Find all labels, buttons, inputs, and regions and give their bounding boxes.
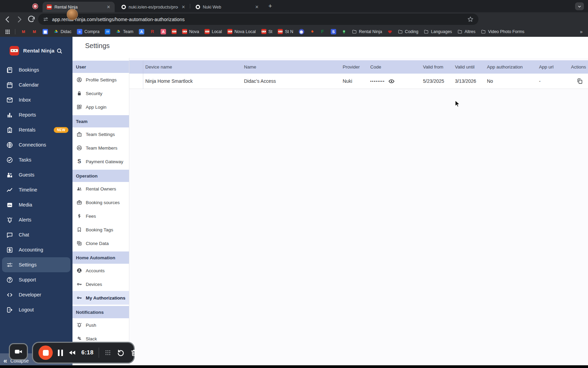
bookmark-item[interactable]: A (139, 29, 144, 34)
settings-nav-item-fees[interactable]: Fees (72, 209, 129, 223)
sidebar-item-guests[interactable]: Guests (0, 167, 72, 182)
bookmark-folder[interactable]: Video Photo Forms (481, 29, 524, 34)
recording-indicator-icon[interactable] (32, 3, 38, 9)
settings-nav-item-payment-gateway[interactable]: SPayment Gateway (72, 155, 129, 168)
reveal-code-icon[interactable] (388, 78, 395, 85)
browser-tab[interactable]: nuki.io/en-es/products/produ✕ (117, 2, 190, 12)
url-text[interactable]: app.rental-ninja.com/settings/home-autom… (52, 17, 467, 22)
sidebar-item-calendar[interactable]: Calendar (0, 77, 72, 92)
bookmark-item[interactable]: ≡Compra (77, 29, 99, 34)
new-tab-button[interactable]: + (266, 2, 274, 10)
bookmarks-overflow-chevron[interactable]: » (580, 29, 583, 34)
apps-grid-icon[interactable] (5, 29, 10, 34)
stop-recording-button[interactable] (38, 346, 53, 360)
bookmark-item[interactable]: ◉ (299, 29, 304, 34)
bookmark-item[interactable]: M (21, 29, 26, 34)
sidebar-item-settings[interactable]: Settings (2, 257, 70, 272)
reload-icon (27, 15, 36, 24)
bookmark-folder[interactable]: Languages (424, 29, 452, 34)
sidebar-item-tasks[interactable]: Tasks (0, 152, 72, 167)
sidebar-item-rentals[interactable]: RentalsNEW (0, 122, 72, 137)
bookmark-item[interactable]: F (320, 29, 325, 34)
settings-nav-item-clone-data[interactable]: Clone Data (72, 236, 129, 250)
delete-recording-button[interactable] (130, 349, 138, 357)
reload-button[interactable] (27, 15, 36, 24)
settings-nav-item-booking-sources[interactable]: Booking sources (72, 196, 129, 209)
site-info-icon[interactable] (43, 16, 49, 22)
user-avatar[interactable] (67, 9, 78, 20)
sidebar-item-timeline[interactable]: Timeline (0, 182, 72, 197)
drag-handle-icon[interactable] (104, 349, 112, 356)
tab-close-icon[interactable]: ✕ (181, 4, 186, 10)
sidebar-item-connections[interactable]: Connections (0, 137, 72, 152)
members-icon (76, 145, 82, 151)
bookmark-folder[interactable]: Coding (398, 29, 419, 34)
bookmark-item[interactable] (342, 29, 346, 34)
sidebar-item-bookings[interactable]: Bookings (0, 62, 72, 77)
settings-nav-item-profile-settings[interactable]: Profile Settings (72, 73, 129, 87)
bookmark-item[interactable] (172, 29, 177, 34)
bookmark-item[interactable]: A (161, 29, 166, 34)
tab-close-icon[interactable]: ✕ (106, 4, 111, 10)
copy-button[interactable] (576, 78, 583, 85)
sidebar-item-alerts[interactable]: Alerts (0, 212, 72, 227)
settings-nav-item-devices[interactable]: Devices (72, 277, 129, 291)
back-button[interactable] (3, 15, 12, 24)
bookmark-item[interactable]: M (32, 29, 37, 34)
bookmark-folder[interactable]: Rental Ninja (352, 29, 382, 34)
settings-nav-item-label: My Authorizations (86, 295, 126, 301)
sidebar-item-label: Calendar (19, 82, 39, 88)
bookmark-item[interactable]: S (331, 29, 336, 34)
bookmark-item[interactable] (310, 29, 314, 34)
sidebar-item-developer[interactable]: Developer (0, 287, 72, 302)
settings-nav-item-push[interactable]: Push (72, 318, 129, 332)
bookmark-item[interactable]: ▦ (43, 29, 48, 34)
content-title-bar: Settings (72, 37, 588, 58)
search-icon[interactable] (56, 48, 63, 54)
settings-nav-item-my-authorizations[interactable]: My Authorizations (72, 291, 129, 305)
settings-nav-item-app-login[interactable]: App Login (72, 100, 129, 114)
bookmark-item[interactable]: 22 (105, 29, 110, 34)
bookmark-item[interactable]: Team (116, 29, 133, 34)
tab-search-chevron-button[interactable] (575, 2, 584, 10)
bookmark-item[interactable]: St N (278, 29, 293, 34)
column-header-app-authorization: App authorization (487, 64, 539, 70)
column-header-actions: Actions (571, 64, 588, 70)
browser-tab[interactable]: Nuki Web✕ (192, 2, 263, 12)
browser-tab[interactable]: Rental Ninja✕ (43, 2, 115, 12)
bookmark-item[interactable]: Nova (182, 29, 199, 34)
restart-recording-button[interactable] (117, 349, 125, 357)
bookmark-item[interactable] (388, 29, 392, 34)
rental-ninja-logo-icon[interactable] (10, 46, 19, 56)
tab-title: Rental Ninja (54, 5, 103, 10)
browser-tab-strip: + Rental Ninja✕nuki.io/en-es/products/pr… (0, 0, 588, 12)
settings-nav-item-team-members[interactable]: Team Members (72, 141, 129, 155)
bookmark-item[interactable]: Local (205, 29, 222, 34)
camera-bubble-button[interactable] (9, 343, 28, 360)
bookmark-item[interactable]: R (150, 29, 155, 34)
sidebar-item-chat[interactable]: Chat (0, 227, 72, 242)
sidebar-item-label: Timeline (19, 187, 37, 193)
sidebar-item-accounting[interactable]: Accounting (0, 242, 72, 257)
sidebar-item-logout[interactable]: Logout (0, 302, 72, 317)
sidebar-item-media[interactable]: Media (0, 197, 72, 212)
settings-nav-item-rental-owners[interactable]: Rental Owners (72, 182, 129, 196)
bookmark-folder[interactable]: Altres (457, 29, 475, 34)
rewind-button[interactable] (68, 349, 76, 357)
settings-nav-item-accounts[interactable]: Accounts (72, 264, 129, 277)
bookmark-item[interactable]: Didac (53, 29, 71, 34)
settings-nav-item-security[interactable]: Security (72, 87, 129, 100)
settings-nav-item-team-settings[interactable]: Team Settings (72, 127, 129, 141)
bookmark-star-icon[interactable] (467, 16, 474, 22)
address-bar[interactable]: app.rental-ninja.com/settings/home-autom… (38, 14, 478, 25)
forward-button[interactable] (15, 15, 24, 24)
clone-icon (76, 240, 82, 246)
tab-close-icon[interactable]: ✕ (254, 4, 260, 10)
bookmark-item[interactable]: St (261, 29, 273, 34)
settings-nav-item-booking-tags[interactable]: Booking Tags (72, 223, 129, 236)
sidebar-item-support[interactable]: Support (0, 272, 72, 287)
sidebar-item-reports[interactable]: Reports (0, 107, 72, 122)
pause-recording-button[interactable] (58, 350, 63, 356)
bookmark-item[interactable]: Nova Local (227, 29, 256, 34)
sidebar-item-inbox[interactable]: Inbox (0, 92, 72, 107)
